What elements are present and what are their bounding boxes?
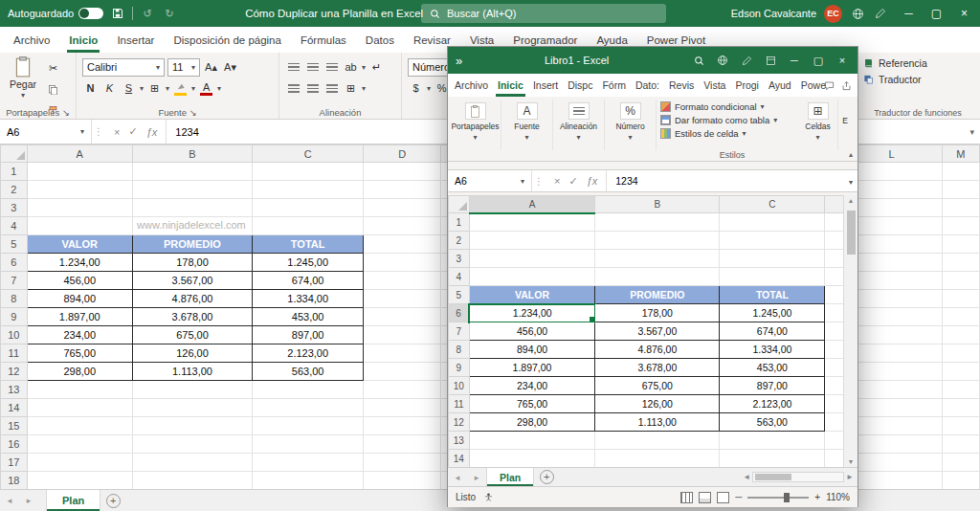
ribbon-overflow-icon[interactable]: »: [456, 54, 462, 68]
page-layout-view-icon[interactable]: [699, 492, 711, 503]
cell-M14[interactable]: [942, 399, 979, 417]
name-box[interactable]: A6▾: [0, 120, 92, 144]
cell-M8[interactable]: [942, 290, 979, 308]
toggle-switch-icon[interactable]: [78, 8, 103, 19]
chevron-down-icon[interactable]: ▾: [166, 84, 169, 93]
accessibility-icon[interactable]: [483, 492, 494, 502]
cell-M7[interactable]: [942, 272, 979, 290]
cell-B7[interactable]: 3.567,00: [132, 272, 252, 290]
hscroll-track[interactable]: [752, 472, 844, 482]
cell-x7[interactable]: [825, 322, 844, 341]
cell-x6[interactable]: [825, 304, 844, 322]
sheet-next-arrow[interactable]: ▸: [467, 468, 486, 486]
cell-D5[interactable]: [364, 235, 441, 254]
cell-x3[interactable]: [825, 250, 844, 268]
align-left-icon[interactable]: [285, 79, 301, 97]
cell-C3[interactable]: [720, 250, 825, 268]
row-header-10[interactable]: 10: [1, 326, 28, 344]
row-header-1[interactable]: 1: [1, 163, 28, 181]
number-dropdown-button[interactable]: % Número ▾: [605, 100, 657, 150]
wrap-text-icon[interactable]: ↵: [368, 58, 385, 76]
underline-button[interactable]: S: [121, 79, 137, 97]
cell-D16[interactable]: [364, 435, 441, 454]
cell-A7[interactable]: 456,00: [27, 272, 132, 290]
row-header-6[interactable]: 6: [449, 304, 470, 322]
chevron-down-icon[interactable]: ▾: [217, 84, 221, 93]
cell-A3[interactable]: [27, 199, 132, 217]
cell-x12[interactable]: [825, 413, 844, 432]
cell-D15[interactable]: [364, 417, 441, 435]
cell-C18[interactable]: [253, 472, 364, 490]
cell-B7[interactable]: 3.567,00: [595, 322, 720, 341]
globe-icon[interactable]: [715, 53, 730, 68]
cell-A15[interactable]: [27, 417, 132, 435]
row-header-14[interactable]: 14: [449, 450, 470, 468]
cell-A17[interactable]: [27, 454, 132, 472]
cell-x2[interactable]: [825, 232, 844, 250]
fx-icon[interactable]: ƒx: [587, 175, 598, 187]
cell-A7[interactable]: 456,00: [469, 322, 595, 341]
maximize-button[interactable]: ▢: [923, 0, 950, 27]
cell-A1[interactable]: [469, 213, 595, 232]
clipboard-dropdown-button[interactable]: Portapapeles ▾: [450, 100, 501, 150]
cell-C8[interactable]: 1.334,00: [253, 290, 364, 308]
row-header-5[interactable]: 5: [449, 286, 470, 304]
row-header-4[interactable]: 4: [1, 217, 28, 235]
overlay-ribbon-tab-inicic[interactable]: Inicic: [493, 74, 528, 97]
search-icon[interactable]: [691, 53, 706, 68]
cell-C5[interactable]: TOTAL: [253, 235, 364, 254]
cell-A11[interactable]: 765,00: [469, 395, 595, 413]
row-header-11[interactable]: 11: [1, 344, 28, 363]
cell-A11[interactable]: 765,00: [27, 344, 132, 363]
chevron-down-icon[interactable]: ▾: [362, 84, 366, 93]
cell-B3[interactable]: [595, 250, 720, 268]
row-header-18[interactable]: 18: [1, 472, 28, 490]
cell-C9[interactable]: 453,00: [720, 359, 825, 377]
row-header-13[interactable]: 13: [1, 381, 28, 399]
font-name-select[interactable]: Calibri▾: [82, 58, 165, 77]
alignment-dropdown-button[interactable]: Alineación ▾: [553, 100, 605, 150]
sheet-tab-plan[interactable]: Plan: [486, 468, 534, 486]
sheet-prev-arrow[interactable]: ◂: [0, 490, 19, 511]
cell-M17[interactable]: [942, 454, 979, 472]
search-bar[interactable]: Buscar (Alt+Q): [421, 4, 666, 23]
column-header-A[interactable]: A: [27, 145, 132, 163]
formula-value[interactable]: 1234: [167, 120, 207, 144]
collapse-ribbon-icon[interactable]: ▴: [849, 150, 853, 159]
enter-icon[interactable]: ✓: [128, 125, 137, 138]
cell-B2[interactable]: [132, 181, 252, 199]
cell-M13[interactable]: [942, 381, 979, 399]
cell-x1[interactable]: [825, 213, 844, 232]
cell-D10[interactable]: [364, 326, 441, 344]
cell-C13[interactable]: [253, 381, 364, 399]
account-area[interactable]: Edson Cavalcante EC: [731, 0, 888, 27]
save-icon[interactable]: [110, 6, 125, 21]
cell-B16[interactable]: [132, 435, 252, 454]
ribbon-tab-fórmulas[interactable]: Fórmulas: [291, 27, 356, 53]
zoom-in-icon[interactable]: +: [814, 492, 820, 502]
cell-D2[interactable]: [364, 181, 441, 199]
cell-C11[interactable]: 2.123,00: [253, 344, 364, 363]
cell-D18[interactable]: [364, 472, 441, 490]
row-header-1[interactable]: 1: [449, 213, 470, 232]
cell-M12[interactable]: [942, 363, 979, 381]
cell-A9[interactable]: 1.897,00: [27, 308, 132, 326]
overlay-ribbon-tab-dato-[interactable]: Dato:: [631, 74, 664, 97]
row-header-17[interactable]: 17: [1, 454, 28, 472]
cell-C12[interactable]: 563,00: [253, 363, 364, 381]
reference-button[interactable]: Referencia: [863, 55, 976, 71]
cell-B14[interactable]: [595, 450, 720, 468]
translator-button[interactable]: Traductor: [863, 71, 976, 87]
cell-x11[interactable]: [825, 395, 844, 413]
cell-B11[interactable]: 126,00: [595, 395, 720, 413]
cell-B5[interactable]: PROMEDIO: [132, 235, 252, 254]
close-button[interactable]: ×: [835, 53, 850, 68]
cell-C14[interactable]: [253, 399, 364, 417]
conditional-formatting-button[interactable]: Formato condicional ▾: [660, 101, 794, 112]
orientation-button[interactable]: ab: [343, 58, 359, 76]
zoom-slider[interactable]: [747, 497, 809, 499]
expand-formula-bar-icon[interactable]: ▾: [849, 178, 853, 187]
sheet-next-arrow[interactable]: ▸: [19, 490, 38, 511]
cell-B3[interactable]: [132, 199, 252, 217]
cell-C12[interactable]: 563,00: [720, 413, 825, 432]
